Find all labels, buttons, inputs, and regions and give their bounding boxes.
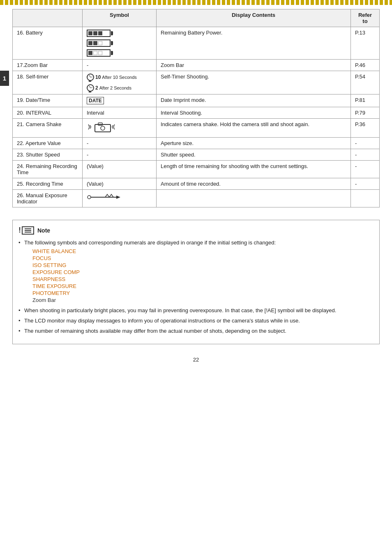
row-display-rectime: Amount of time recorded.: [157, 178, 351, 190]
row-symbol-selftimer: 10 After 10 Seconds 2 After 2 S: [83, 71, 157, 94]
orange-item: SHARPNESS: [32, 276, 371, 282]
header-refer: Refer to: [351, 9, 380, 27]
battery-symbols: [87, 30, 152, 57]
row-display-selftimer: Self-Timer Shooting.: [157, 71, 351, 94]
row-refer-zoom: P.46: [351, 60, 380, 71]
row-display-interval: Interval Shooting.: [157, 107, 351, 119]
note-bullet-item: The following symbols and corresponding …: [18, 240, 371, 303]
row-display-exposure: [157, 190, 351, 207]
row-symbol-battery: [83, 27, 157, 60]
row-item-rectime: 25. Recording Time: [13, 178, 83, 190]
row-symbol-zoom: -: [83, 60, 157, 71]
table-row: 20. INTERVAL Interval Interval Shooting.…: [13, 107, 380, 119]
note-bullet-item: When shooting in particularly bright pla…: [18, 307, 371, 313]
row-refer-selftimer: P.54: [351, 71, 380, 94]
row-item-aperture: 22. Aperture Value: [13, 138, 83, 149]
camera-shake-icon: [87, 121, 120, 134]
row-item-selftimer: 18. Self-timer: [13, 71, 83, 94]
header-item: [13, 9, 83, 27]
note-bullet-text: The number of remaining shots available …: [24, 328, 286, 334]
row-refer-interval: P.79: [351, 107, 380, 119]
row-display-battery: Remaining Battery Power.: [157, 27, 351, 60]
row-display-datetime: Date Imprint mode.: [157, 94, 351, 107]
orange-item: WHITE BALANCE: [32, 248, 371, 254]
symbols-table: Symbol Display Contents Refer to 16. Bat…: [12, 9, 380, 207]
row-item-datetime: 19. Date/Time: [13, 94, 83, 107]
row-refer-shutter: -: [351, 149, 380, 161]
note-bullet-text: When shooting in particularly bright pla…: [24, 307, 336, 313]
row-refer-battery: P.13: [351, 27, 380, 60]
row-refer-exposure: [351, 190, 380, 207]
row-symbol-remaining: (Value): [83, 161, 157, 178]
row-symbol-exposure: [83, 190, 157, 207]
header-display: Display Contents: [157, 9, 351, 27]
orange-item-zoombar: Zoom Bar: [32, 297, 371, 303]
orange-item: ISO SETTING: [32, 262, 371, 268]
table-row: 19. Date/Time DATE Date Imprint mode. P.…: [13, 94, 380, 107]
table-row: 17.Zoom Bar - Zoom Bar P.46: [13, 60, 380, 71]
row-display-remaining: Length of time remaining for shooting wi…: [157, 161, 351, 178]
note-bullet-item: The LCD monitor may display messages to …: [18, 318, 371, 324]
table-row: 23. Shutter Speed - Shutter speed. -: [13, 149, 380, 161]
row-symbol-rectime: (Value): [83, 178, 157, 190]
table-row: 26. Manual Exposure Indicator: [13, 190, 380, 207]
orange-item: PHOTOMETRY: [32, 290, 371, 296]
row-display-shutter: Shutter speed.: [157, 149, 351, 161]
row-item-shake: 21. Camera Shake: [13, 119, 83, 138]
note-bullet-text: The LCD monitor may display messages to …: [24, 318, 300, 324]
table-row: 25. Recording Time (Value) Amount of tim…: [13, 178, 380, 190]
battery-full-icon: [87, 30, 113, 37]
note-header: ! Note: [18, 226, 371, 235]
exposure-indicator-icon: [87, 192, 152, 202]
row-item-shutter: 23. Shutter Speed: [13, 149, 83, 161]
top-decorative-border: [0, 0, 392, 5]
row-item-exposure: 26. Manual Exposure Indicator: [13, 190, 83, 207]
row-display-zoom: Zoom Bar: [157, 60, 351, 71]
orange-item: EXPOSURE COMP: [32, 269, 371, 275]
selftimer-2s-icon: 2 After 2 Seconds: [87, 84, 152, 92]
row-display-shake: Indicates camera shake. Hold the camera …: [157, 119, 351, 138]
svg-point-3: [88, 196, 91, 199]
selftimer-10s-icon: 10 After 10 Seconds: [87, 74, 152, 81]
page-number: 22: [12, 357, 380, 363]
table-row: 18. Self-timer 10 After 10 Seconds: [13, 71, 380, 94]
note-bullet-text: The following symbols and corresponding …: [24, 240, 276, 246]
table-row: 24. Remaining Recording Time (Value) Len…: [13, 161, 380, 178]
table-row: 16. Battery: [13, 27, 380, 60]
row-symbol-shake: [83, 119, 157, 138]
row-refer-aperture: -: [351, 138, 380, 149]
note-bullets: The following symbols and corresponding …: [18, 240, 371, 334]
orange-item: TIME EXPOSURE: [32, 283, 371, 289]
row-refer-rectime: -: [351, 178, 380, 190]
note-title: Note: [37, 227, 50, 234]
table-row: 22. Aperture Value - Aperture size. -: [13, 138, 380, 149]
header-symbol: Symbol: [83, 9, 157, 27]
note-bullet-item: The number of remaining shots available …: [18, 328, 371, 334]
row-refer-remaining: -: [351, 161, 380, 178]
row-symbol-interval: Interval: [83, 107, 157, 119]
row-symbol-datetime: DATE: [83, 94, 157, 107]
svg-point-2: [101, 126, 105, 130]
table-row: 21. Camera Shake: [13, 119, 380, 138]
row-symbol-shutter: -: [83, 149, 157, 161]
battery-low-icon: [87, 49, 113, 57]
svg-marker-5: [116, 196, 120, 199]
row-item-interval: 20. INTERVAL: [13, 107, 83, 119]
row-item-remaining: 24. Remaining Recording Time: [13, 161, 83, 178]
side-tab-number: 1: [0, 71, 9, 86]
row-refer-shake: P.36: [351, 119, 380, 138]
svg-rect-0: [95, 124, 111, 132]
row-refer-datetime: P.81: [351, 94, 380, 107]
orange-item: FOCUS: [32, 255, 371, 261]
row-item-zoom: 17.Zoom Bar: [13, 60, 83, 71]
row-item-battery: 16. Battery: [13, 27, 83, 60]
row-symbol-aperture: -: [83, 138, 157, 149]
row-display-aperture: Aperture size.: [157, 138, 351, 149]
orange-items-list: WHITE BALANCE FOCUS ISO SETTING EXPOSURE…: [32, 248, 371, 303]
date-symbol-icon: DATE: [87, 97, 104, 104]
note-section: ! Note The following symbols and corresp…: [12, 220, 380, 344]
battery-medium-icon: [87, 39, 113, 47]
